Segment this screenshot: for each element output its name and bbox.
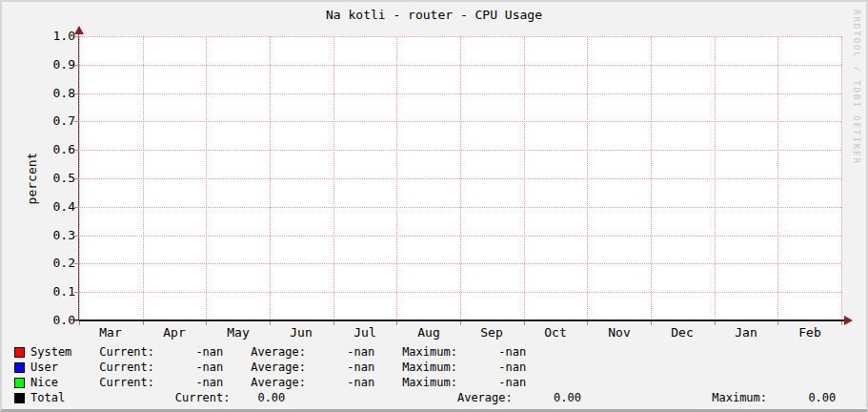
legend-text: User Current: -nan Average: -nan Maximum…: [30, 361, 526, 374]
legend-row: Nice Current: -nan Average: -nan Maximum…: [14, 377, 526, 389]
y-axis-tick: [74, 93, 79, 94]
y-tick-label: 1.0: [42, 29, 75, 44]
gridline-vertical: [715, 36, 716, 320]
y-tick-label: 0.1: [42, 284, 75, 299]
x-axis-tick: [715, 321, 716, 325]
y-axis-tick: [74, 292, 79, 293]
plot-area: [79, 36, 841, 320]
gridline-vertical: [143, 36, 144, 320]
x-axis-tick: [143, 321, 144, 325]
y-axis-line: [78, 32, 79, 321]
x-tick-label: Aug: [408, 325, 450, 340]
x-axis-line: [73, 319, 845, 321]
x-axis-tick: [777, 321, 778, 325]
y-axis-tick: [74, 150, 79, 151]
x-axis-tick: [206, 321, 207, 325]
x-tick-label: Feb: [789, 325, 831, 340]
gridline-vertical: [206, 36, 207, 320]
legend-text: System Current: -nan Average: -nan Maxim…: [30, 346, 526, 359]
y-tick-label: 0.8: [42, 86, 75, 101]
y-axis-tick: [74, 178, 79, 179]
y-tick-label: 0.6: [42, 142, 75, 157]
watermark-text: RRDTOOL / TOBI OETIKER: [852, 10, 861, 165]
gridline-vertical: [777, 36, 778, 320]
x-tick-label: Mar: [90, 325, 131, 340]
x-axis-tick: [396, 321, 397, 325]
x-tick-label: Nov: [598, 325, 640, 340]
x-tick-label: Jan: [725, 325, 767, 340]
x-axis-tick: [587, 321, 588, 325]
gridline-vertical: [396, 36, 397, 320]
legend-row: Total Current: 0.00 Average: 0.00 Maximu…: [14, 392, 836, 404]
y-axis-tick: [74, 65, 79, 66]
gridline-vertical: [79, 36, 80, 320]
y-axis-tick: [74, 36, 79, 37]
x-tick-label: May: [217, 325, 259, 340]
x-axis-tick: [841, 321, 842, 325]
y-axis-title: percent: [25, 153, 39, 205]
graph-title: Na kotli - router - CPU Usage: [2, 8, 866, 22]
gridline-vertical: [841, 36, 842, 320]
y-axis-tick: [74, 263, 79, 264]
gridline-vertical: [524, 36, 525, 320]
y-tick-label: 0.9: [42, 57, 75, 72]
y-axis-arrow-icon: [74, 26, 84, 34]
x-tick-label: Oct: [535, 325, 576, 340]
rrdtool-graph: Na kotli - router - CPU Usage percent 1.…: [0, 0, 868, 412]
gridline-vertical: [270, 36, 271, 320]
legend-text: Nice Current: -nan Average: -nan Maximum…: [30, 377, 526, 389]
y-axis-tick: [74, 207, 79, 208]
legend-swatch-system: [14, 347, 25, 358]
x-axis-tick: [270, 321, 271, 325]
gridline-vertical: [651, 36, 652, 320]
x-axis-tick: [333, 321, 334, 325]
gridline-vertical: [460, 36, 461, 320]
y-axis-tick: [74, 121, 79, 122]
y-tick-label: 0.0: [42, 313, 75, 328]
legend-swatch-nice: [14, 378, 25, 388]
x-axis-tick: [79, 321, 80, 325]
x-axis-arrow-icon: [844, 316, 853, 325]
y-tick-label: 0.4: [42, 199, 75, 215]
y-tick-label: 0.3: [42, 228, 75, 243]
x-axis-tick: [524, 321, 525, 325]
y-tick-label: 0.5: [42, 171, 75, 186]
x-tick-label: Jul: [344, 325, 386, 340]
x-tick-label: Sep: [471, 325, 513, 340]
x-tick-label: Apr: [153, 325, 195, 340]
gridline-vertical: [587, 36, 588, 320]
legend-row: System Current: -nan Average: -nan Maxim…: [14, 346, 526, 359]
legend-text: Total Current: 0.00 Average: 0.00 Maximu…: [30, 392, 836, 404]
y-axis-tick: [74, 236, 79, 237]
y-tick-label: 0.7: [42, 113, 75, 129]
x-axis-tick: [651, 321, 652, 325]
x-axis-tick: [460, 321, 461, 325]
y-tick-label: 0.2: [42, 256, 75, 271]
gridline-vertical: [333, 36, 334, 320]
x-tick-label: Jun: [280, 325, 322, 340]
legend-row: User Current: -nan Average: -nan Maximum…: [14, 361, 526, 374]
legend-swatch-total: [14, 393, 25, 403]
legend-swatch-user: [14, 362, 25, 373]
x-tick-label: Dec: [661, 325, 703, 340]
